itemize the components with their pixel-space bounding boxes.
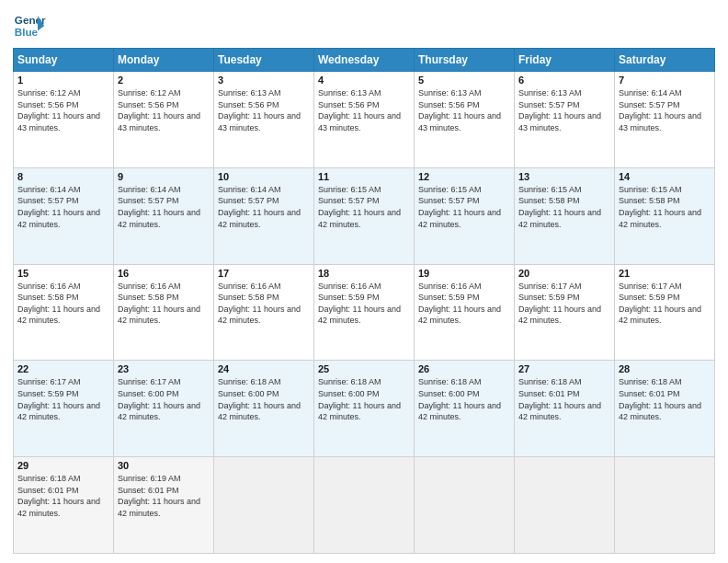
calendar-cell: 14 Sunrise: 6:15 AMSunset: 5:58 PMDaylig… — [615, 167, 715, 264]
day-number: 2 — [118, 75, 210, 86]
calendar-cell: 26 Sunrise: 6:18 AMSunset: 6:00 PMDaylig… — [415, 361, 515, 457]
day-info: Sunrise: 6:14 AMSunset: 5:57 PMDaylight:… — [118, 185, 200, 229]
day-number: 16 — [118, 268, 210, 279]
day-number: 7 — [619, 75, 711, 86]
day-number: 4 — [318, 75, 410, 86]
calendar-cell: 12 Sunrise: 6:15 AMSunset: 5:57 PMDaylig… — [415, 167, 515, 264]
calendar-cell: 1 Sunrise: 6:12 AMSunset: 5:56 PMDayligh… — [14, 72, 114, 168]
day-info: Sunrise: 6:18 AMSunset: 6:01 PMDaylight:… — [17, 474, 100, 518]
header: General Blue — [13, 9, 715, 42]
logo-icon: General Blue — [13, 9, 46, 42]
day-number: 8 — [17, 171, 109, 182]
day-info: Sunrise: 6:16 AMSunset: 5:58 PMDaylight:… — [17, 282, 100, 326]
day-info: Sunrise: 6:13 AMSunset: 5:56 PMDaylight:… — [218, 88, 301, 132]
day-info: Sunrise: 6:14 AMSunset: 5:57 PMDaylight:… — [218, 185, 301, 229]
calendar-cell: 16 Sunrise: 6:16 AMSunset: 5:58 PMDaylig… — [114, 264, 214, 361]
day-number: 18 — [318, 268, 410, 279]
day-number: 1 — [17, 75, 109, 86]
calendar-cell: 4 Sunrise: 6:13 AMSunset: 5:56 PMDayligh… — [314, 72, 415, 168]
day-info: Sunrise: 6:12 AMSunset: 5:56 PMDaylight:… — [118, 88, 200, 132]
calendar-cell: 23 Sunrise: 6:17 AMSunset: 6:00 PMDaylig… — [114, 361, 214, 457]
day-info: Sunrise: 6:17 AMSunset: 5:59 PMDaylight:… — [17, 377, 100, 421]
calendar-cell: 15 Sunrise: 6:16 AMSunset: 5:58 PMDaylig… — [14, 264, 114, 361]
day-info: Sunrise: 6:15 AMSunset: 5:58 PMDaylight:… — [518, 185, 601, 229]
day-info: Sunrise: 6:18 AMSunset: 6:00 PMDaylight:… — [418, 377, 501, 421]
col-header-sunday: Sunday — [14, 49, 114, 72]
day-number: 15 — [17, 268, 109, 279]
day-info: Sunrise: 6:16 AMSunset: 5:58 PMDaylight:… — [118, 282, 200, 326]
calendar-cell: 20 Sunrise: 6:17 AMSunset: 5:59 PMDaylig… — [515, 264, 615, 361]
day-info: Sunrise: 6:18 AMSunset: 6:01 PMDaylight:… — [619, 377, 701, 421]
col-header-saturday: Saturday — [615, 49, 715, 72]
day-info: Sunrise: 6:19 AMSunset: 6:01 PMDaylight:… — [118, 474, 200, 518]
calendar-cell: 5 Sunrise: 6:13 AMSunset: 5:56 PMDayligh… — [415, 72, 515, 168]
day-number: 21 — [619, 268, 711, 279]
day-info: Sunrise: 6:13 AMSunset: 5:56 PMDaylight:… — [318, 88, 401, 132]
day-number: 23 — [118, 363, 210, 374]
col-header-monday: Monday — [114, 49, 214, 72]
day-number: 13 — [518, 171, 610, 182]
day-number: 14 — [619, 171, 711, 182]
day-number: 11 — [318, 171, 410, 182]
calendar-cell: 8 Sunrise: 6:14 AMSunset: 5:57 PMDayligh… — [14, 167, 114, 264]
calendar-cell: 7 Sunrise: 6:14 AMSunset: 5:57 PMDayligh… — [615, 72, 715, 168]
day-info: Sunrise: 6:15 AMSunset: 5:58 PMDaylight:… — [619, 185, 701, 229]
day-info: Sunrise: 6:18 AMSunset: 6:00 PMDaylight:… — [218, 377, 301, 421]
calendar-cell — [615, 457, 715, 554]
day-info: Sunrise: 6:18 AMSunset: 6:00 PMDaylight:… — [318, 377, 401, 421]
calendar-cell: 11 Sunrise: 6:15 AMSunset: 5:57 PMDaylig… — [314, 167, 415, 264]
calendar-cell: 9 Sunrise: 6:14 AMSunset: 5:57 PMDayligh… — [114, 167, 214, 264]
day-info: Sunrise: 6:18 AMSunset: 6:01 PMDaylight:… — [518, 377, 601, 421]
day-number: 6 — [518, 75, 610, 86]
calendar-cell: 6 Sunrise: 6:13 AMSunset: 5:57 PMDayligh… — [515, 72, 615, 168]
day-number: 28 — [619, 363, 711, 374]
calendar-cell: 27 Sunrise: 6:18 AMSunset: 6:01 PMDaylig… — [515, 361, 615, 457]
day-info: Sunrise: 6:15 AMSunset: 5:57 PMDaylight:… — [318, 185, 401, 229]
calendar-cell — [214, 457, 314, 554]
day-info: Sunrise: 6:16 AMSunset: 5:59 PMDaylight:… — [318, 282, 401, 326]
calendar-cell — [415, 457, 515, 554]
day-info: Sunrise: 6:17 AMSunset: 6:00 PMDaylight:… — [118, 377, 200, 421]
day-info: Sunrise: 6:17 AMSunset: 5:59 PMDaylight:… — [619, 282, 701, 326]
day-info: Sunrise: 6:14 AMSunset: 5:57 PMDaylight:… — [619, 88, 701, 132]
day-number: 26 — [418, 363, 510, 374]
day-number: 22 — [17, 363, 109, 374]
day-number: 25 — [318, 363, 410, 374]
day-number: 9 — [118, 171, 210, 182]
calendar-cell — [515, 457, 615, 554]
calendar-cell: 21 Sunrise: 6:17 AMSunset: 5:59 PMDaylig… — [615, 264, 715, 361]
day-number: 27 — [518, 363, 610, 374]
col-header-tuesday: Tuesday — [214, 49, 314, 72]
calendar-cell: 28 Sunrise: 6:18 AMSunset: 6:01 PMDaylig… — [615, 361, 715, 457]
col-header-wednesday: Wednesday — [314, 49, 415, 72]
day-info: Sunrise: 6:15 AMSunset: 5:57 PMDaylight:… — [418, 185, 501, 229]
day-number: 17 — [218, 268, 310, 279]
day-number: 19 — [418, 268, 510, 279]
day-number: 24 — [218, 363, 310, 374]
day-number: 12 — [418, 171, 510, 182]
day-info: Sunrise: 6:13 AMSunset: 5:56 PMDaylight:… — [418, 88, 501, 132]
day-info: Sunrise: 6:14 AMSunset: 5:57 PMDaylight:… — [17, 185, 100, 229]
day-number: 29 — [17, 460, 109, 471]
calendar-cell: 17 Sunrise: 6:16 AMSunset: 5:58 PMDaylig… — [214, 264, 314, 361]
calendar-cell: 29 Sunrise: 6:18 AMSunset: 6:01 PMDaylig… — [14, 457, 114, 554]
day-info: Sunrise: 6:17 AMSunset: 5:59 PMDaylight:… — [518, 282, 601, 326]
day-number: 30 — [118, 460, 210, 471]
calendar-cell: 18 Sunrise: 6:16 AMSunset: 5:59 PMDaylig… — [314, 264, 415, 361]
day-number: 5 — [418, 75, 510, 86]
day-info: Sunrise: 6:16 AMSunset: 5:59 PMDaylight:… — [418, 282, 501, 326]
day-info: Sunrise: 6:12 AMSunset: 5:56 PMDaylight:… — [17, 88, 100, 132]
col-header-friday: Friday — [515, 49, 615, 72]
day-info: Sunrise: 6:16 AMSunset: 5:58 PMDaylight:… — [218, 282, 301, 326]
day-number: 3 — [218, 75, 310, 86]
calendar-cell: 2 Sunrise: 6:12 AMSunset: 5:56 PMDayligh… — [114, 72, 214, 168]
logo: General Blue — [13, 9, 46, 42]
calendar-cell: 3 Sunrise: 6:13 AMSunset: 5:56 PMDayligh… — [214, 72, 314, 168]
col-header-thursday: Thursday — [415, 49, 515, 72]
calendar-cell: 24 Sunrise: 6:18 AMSunset: 6:00 PMDaylig… — [214, 361, 314, 457]
calendar-cell: 10 Sunrise: 6:14 AMSunset: 5:57 PMDaylig… — [214, 167, 314, 264]
day-number: 10 — [218, 171, 310, 182]
day-info: Sunrise: 6:13 AMSunset: 5:57 PMDaylight:… — [518, 88, 601, 132]
svg-text:Blue: Blue — [15, 26, 39, 38]
calendar-table: SundayMondayTuesdayWednesdayThursdayFrid… — [13, 48, 715, 554]
